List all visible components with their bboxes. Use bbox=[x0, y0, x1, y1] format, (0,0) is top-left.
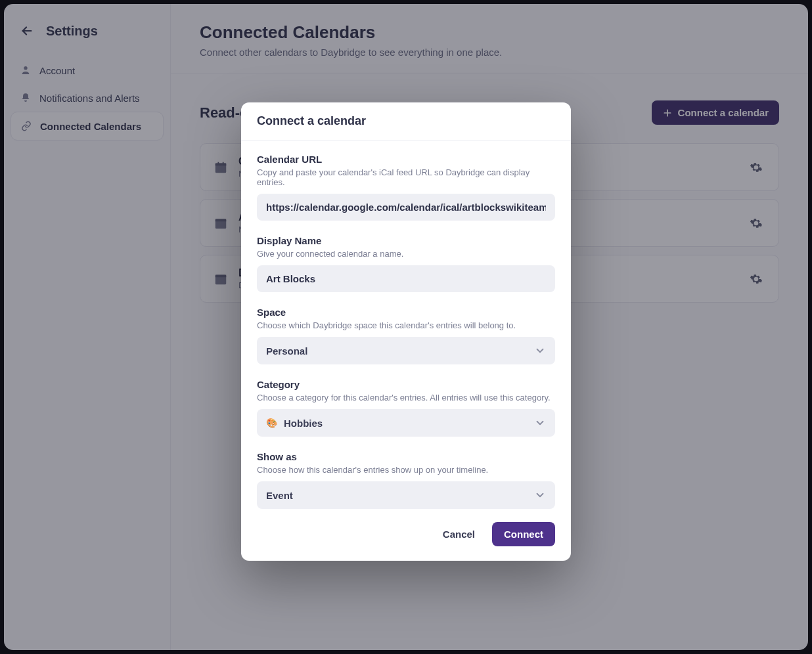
field-label: Display Name bbox=[257, 235, 555, 246]
field-desc: Choose which Daybridge space this calend… bbox=[257, 320, 555, 330]
field-desc: Give your connected calendar a name. bbox=[257, 249, 555, 259]
field-label: Calendar URL bbox=[257, 154, 555, 165]
chevron-down-icon bbox=[534, 489, 546, 501]
chevron-down-icon bbox=[534, 417, 546, 429]
show-as-select[interactable]: Event bbox=[257, 481, 555, 509]
field-display-name: Display Name Give your connected calenda… bbox=[257, 235, 555, 292]
modal-header: Connect a calendar bbox=[241, 102, 571, 141]
category-select[interactable]: 🎨 Hobbies bbox=[257, 409, 555, 437]
field-label: Show as bbox=[257, 451, 555, 462]
cancel-button[interactable]: Cancel bbox=[439, 522, 479, 546]
space-select-value: Personal bbox=[266, 345, 307, 357]
calendar-url-input[interactable] bbox=[257, 194, 555, 221]
field-show-as: Show as Choose how this calendar's entri… bbox=[257, 451, 555, 509]
show-as-select-value: Event bbox=[266, 490, 293, 501]
field-desc: Choose how this calendar's entries show … bbox=[257, 465, 555, 475]
category-select-value: Hobbies bbox=[284, 418, 323, 429]
field-desc: Choose a category for this calendar's en… bbox=[257, 393, 555, 403]
field-calendar-url: Calendar URL Copy and paste your calenda… bbox=[257, 154, 555, 221]
field-desc: Copy and paste your calendar's iCal feed… bbox=[257, 167, 555, 187]
modal-title: Connect a calendar bbox=[257, 114, 555, 128]
chevron-down-icon bbox=[534, 345, 546, 357]
modal-overlay[interactable]: Connect a calendar Calendar URL Copy and… bbox=[0, 0, 812, 654]
field-category: Category Choose a category for this cale… bbox=[257, 379, 555, 437]
connect-button[interactable]: Connect bbox=[492, 522, 555, 546]
field-label: Category bbox=[257, 379, 555, 390]
modal-footer: Cancel Connect bbox=[241, 512, 571, 561]
connect-calendar-modal: Connect a calendar Calendar URL Copy and… bbox=[241, 102, 571, 561]
display-name-input[interactable] bbox=[257, 265, 555, 292]
modal-body: Calendar URL Copy and paste your calenda… bbox=[241, 141, 571, 512]
space-select[interactable]: Personal bbox=[257, 337, 555, 364]
palette-icon: 🎨 bbox=[266, 418, 277, 428]
field-label: Space bbox=[257, 307, 555, 318]
field-space: Space Choose which Daybridge space this … bbox=[257, 307, 555, 364]
